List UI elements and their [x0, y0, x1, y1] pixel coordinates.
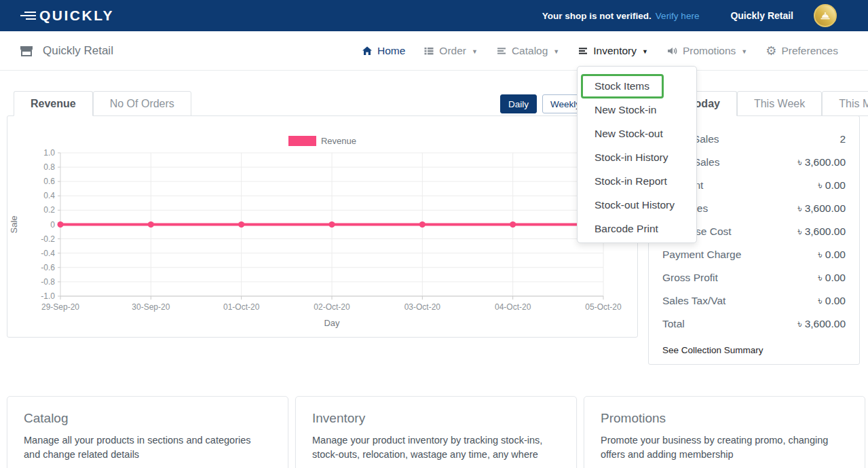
gear-icon: ⚙ — [766, 45, 776, 57]
svg-text:0.4: 0.4 — [43, 191, 55, 200]
svg-text:02-Oct-20: 02-Oct-20 — [314, 302, 350, 312]
svg-text:04-Oct-20: 04-Oct-20 — [495, 302, 531, 312]
verify-message: Your shop is not verified. — [542, 11, 652, 21]
svg-text:-1.0: -1.0 — [41, 291, 55, 301]
summary-tabs: Today This Week This Month — [672, 91, 868, 116]
verify-here-link[interactable]: Verify here — [656, 11, 700, 21]
summary-row-value: ৳ 3,600.00 — [797, 156, 846, 168]
period-buttons: Daily Weekly — [500, 94, 588, 113]
nav-item-inventory[interactable]: Inventory ▼ — [578, 45, 648, 57]
main-navbar: Quickly Retail Home Order ▼ — [0, 31, 868, 71]
feature-card-description: Manage all your products in sections and… — [24, 433, 271, 463]
tab-label: Revenue — [31, 98, 76, 110]
summary-row-value: ৳ 0.00 — [818, 249, 846, 261]
feature-card-title: Catalog — [24, 411, 271, 426]
feature-card-description: Promote your business by creating promo,… — [601, 433, 848, 463]
summary-row-label: Sales Tax/Vat — [662, 295, 725, 307]
shop-brand-label: Quickly Retail — [43, 44, 113, 58]
nav-item-label: Inventory — [593, 45, 637, 57]
feature-card-title: Promotions — [601, 411, 848, 426]
svg-text:1.0: 1.0 — [43, 148, 55, 158]
button-label: Weekly — [550, 99, 580, 109]
svg-text:01-Oct-20: 01-Oct-20 — [223, 302, 260, 312]
shop-brand[interactable]: Quickly Retail — [19, 31, 113, 71]
summary-row-value: ৳ 3,600.00 — [797, 318, 846, 330]
chevron-down-icon: ▼ — [472, 48, 478, 55]
quickly-logo[interactable]: QUICKLY — [19, 7, 114, 24]
summary-row-label: Payment Charge — [662, 249, 741, 261]
catalog-icon — [496, 46, 507, 56]
daily-button[interactable]: Daily — [500, 94, 537, 113]
svg-text:05-Oct-20: 05-Oct-20 — [585, 302, 622, 312]
summary-row-label: Gross Profit — [662, 272, 718, 284]
avatar[interactable] — [814, 4, 837, 27]
chevron-down-icon: ▼ — [741, 48, 747, 55]
inventory-menu-item[interactable]: Stock-out History — [578, 193, 696, 217]
nav-item-label: Home — [377, 45, 405, 57]
topbar: QUICKLY Your shop is not verified. Verif… — [0, 0, 868, 31]
tab-this-week[interactable]: This Week — [737, 91, 822, 116]
summary-row-value: ৳ 3,600.00 — [797, 226, 846, 238]
inventory-menu-item[interactable]: Stock-in Report — [578, 169, 696, 193]
chevron-down-icon: ▼ — [553, 48, 559, 55]
legend-label: Revenue — [321, 136, 356, 146]
summary-row: Sales Tax/Vat৳ 0.00 — [649, 289, 859, 312]
svg-text:Day: Day — [324, 318, 340, 328]
tab-revenue[interactable]: Revenue — [14, 91, 93, 116]
tab-no-of-orders[interactable]: No Of Orders — [93, 91, 191, 116]
tab-label: No Of Orders — [110, 98, 174, 110]
logo-text: QUICKLY — [39, 7, 114, 24]
summary-row: Payment Charge৳ 0.00 — [649, 243, 859, 266]
svg-text:29-Sep-20: 29-Sep-20 — [41, 302, 79, 312]
summary-row-value: ৳ 0.00 — [818, 295, 846, 307]
chart-tabs: Revenue No Of Orders — [14, 91, 191, 116]
inventory-menu-item[interactable]: Barcode Print — [578, 217, 696, 240]
svg-text:-0.4: -0.4 — [41, 249, 55, 258]
home-icon — [362, 46, 373, 56]
see-collection-summary-link[interactable]: See Collection Summary — [649, 345, 859, 355]
legend-swatch-revenue — [288, 136, 316, 146]
feature-cards: CatalogManage all your products in secti… — [7, 396, 865, 468]
svg-text:-0.2: -0.2 — [41, 234, 55, 244]
tab-this-month[interactable]: This Month — [822, 91, 868, 116]
summary-row-value: ৳ 0.00 — [818, 272, 846, 284]
nav-item-label: Preferences — [781, 45, 838, 57]
button-label: Daily — [508, 99, 529, 109]
feature-card-catalog[interactable]: CatalogManage all your products in secti… — [7, 396, 288, 468]
nav-item-label: Catalog — [512, 45, 548, 57]
account-name: Quickly Retail — [730, 10, 793, 21]
inventory-menu-item[interactable]: Stock-in History — [578, 145, 696, 169]
inventory-menu-item[interactable]: Stock Items — [578, 74, 696, 98]
speed-lines-icon — [19, 9, 37, 22]
summary-row-value: 2 — [839, 133, 846, 145]
inventory-menu-items: Stock ItemsNew Stock-inNew Stock-outStoc… — [578, 74, 696, 240]
revenue-line-chart: 1.00.80.60.40.20-0.2-0.4-0.6-0.8-1.029-S… — [7, 116, 639, 338]
summary-row-value: ৳ 0.00 — [818, 179, 846, 192]
feature-card-description: Manage your product inventory by trackin… — [312, 433, 560, 463]
nav-item-label: Order — [439, 45, 466, 57]
svg-text:0.6: 0.6 — [43, 177, 55, 186]
nav-item-order[interactable]: Order ▼ — [423, 45, 478, 57]
nav-items: Home Order ▼ Catalog ▼ — [362, 31, 838, 71]
svg-text:0.2: 0.2 — [43, 205, 55, 215]
svg-text:Sale: Sale — [9, 215, 19, 233]
cloche-icon — [818, 9, 832, 22]
inventory-icon — [578, 46, 588, 56]
inventory-dropdown-menu: Stock ItemsNew Stock-inNew Stock-outStoc… — [577, 66, 697, 243]
nav-item-home[interactable]: Home — [362, 45, 405, 57]
inventory-menu-item[interactable]: New Stock-out — [578, 122, 696, 145]
summary-row-value: ৳ 3,600.00 — [797, 202, 846, 215]
nav-item-preferences[interactable]: ⚙ Preferences — [766, 45, 838, 57]
nav-item-catalog[interactable]: Catalog ▼ — [496, 45, 559, 57]
feature-card-inventory[interactable]: InventoryManage your product inventory b… — [295, 396, 577, 468]
nav-item-label: Promotions — [683, 45, 736, 57]
tab-label: This Month — [839, 98, 868, 110]
revenue-chart-card: Revenue 1.00.80.60.40.20-0.2-0.4-0.6-0.8… — [7, 115, 638, 338]
chart-legend[interactable]: Revenue — [7, 136, 637, 146]
svg-text:0.8: 0.8 — [43, 162, 55, 172]
summary-row: Total৳ 3,600.00 — [649, 312, 859, 336]
inventory-menu-item[interactable]: New Stock-in — [578, 98, 696, 122]
nav-item-promotions[interactable]: Promotions ▼ — [666, 45, 747, 57]
feature-card-promotions[interactable]: PromotionsPromote your business by creat… — [584, 396, 865, 468]
svg-text:30-Sep-20: 30-Sep-20 — [132, 302, 170, 312]
